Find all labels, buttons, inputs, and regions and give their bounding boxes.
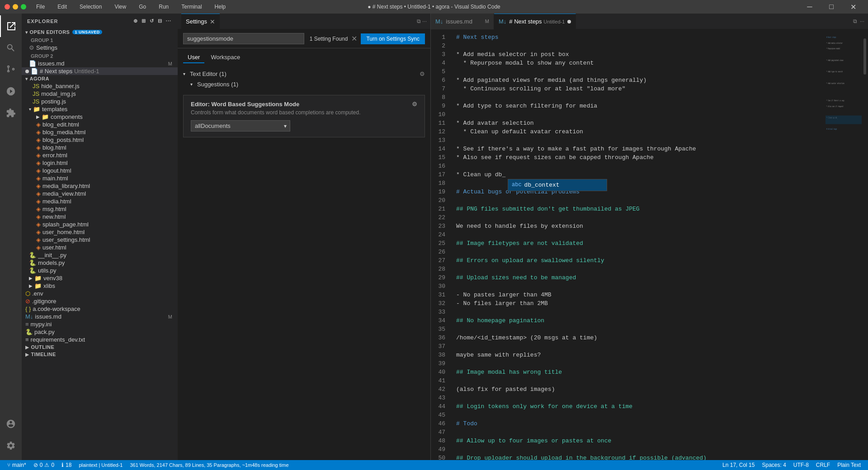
list-item[interactable]: JSmodal_img.js: [22, 90, 178, 98]
scrollbar-thumb[interactable]: [863, 38, 866, 75]
list-item[interactable]: ▶📁venv38: [22, 274, 178, 282]
list-item[interactable]: 🐍models.py: [22, 259, 178, 267]
manage-icon[interactable]: [0, 435, 22, 456]
list-item[interactable]: ▶📁components: [22, 113, 178, 121]
spaces-status[interactable]: Spaces: 4: [758, 462, 789, 468]
refresh-icon[interactable]: ↺: [149, 17, 155, 25]
maximize-button[interactable]: □: [821, 0, 842, 14]
clear-search-icon[interactable]: ✕: [351, 34, 357, 43]
list-item[interactable]: ◈main.html: [22, 174, 178, 182]
list-item[interactable]: 📄 # Next steps Untitled-1: [22, 67, 178, 75]
list-item[interactable]: ◈blog_media.html: [22, 128, 178, 136]
gear-icon[interactable]: ⚙: [420, 70, 425, 77]
menu-help[interactable]: Help: [212, 3, 229, 11]
card-gear-icon[interactable]: ⚙: [412, 101, 417, 108]
extensions-icon[interactable]: [0, 102, 22, 124]
list-item[interactable]: ▾📁templates: [22, 105, 178, 113]
branch-status[interactable]: ⑂ main*: [4, 462, 30, 468]
list-item[interactable]: 🐍utils.py: [22, 267, 178, 274]
settings-search-input[interactable]: [183, 33, 304, 44]
list-item[interactable]: ⬡.env: [22, 290, 178, 297]
list-item[interactable]: JSposting.js: [22, 98, 178, 105]
tab-settings[interactable]: Settings ✕: [181, 14, 220, 29]
new-folder-icon[interactable]: ⊞: [141, 17, 147, 25]
autocomplete-popup[interactable]: abcdb_context: [508, 179, 607, 191]
list-item[interactable]: ◈media_view.html: [22, 190, 178, 197]
more-actions-icon[interactable]: ···: [165, 17, 172, 25]
tab-workspace[interactable]: Workspace: [206, 52, 245, 63]
file-type-status[interactable]: Plain Text: [834, 462, 864, 468]
tab-issues-md[interactable]: M↓ issues.md M: [431, 14, 494, 29]
sync-settings-button[interactable]: Turn on Settings Sync: [361, 33, 425, 44]
list-item[interactable]: ≡requirements_dev.txt: [22, 336, 178, 343]
more-editor-actions-icon[interactable]: ···: [860, 18, 864, 24]
new-file-icon[interactable]: ⊕: [132, 17, 139, 25]
more-actions-icon[interactable]: ···: [422, 18, 427, 24]
info-status[interactable]: ℹ 18: [58, 462, 75, 468]
close-button[interactable]: ✕: [843, 0, 863, 14]
encoding-status[interactable]: UTF-8: [790, 462, 812, 468]
list-item[interactable]: ◈media_library.html: [22, 182, 178, 190]
list-item[interactable]: ◈error.html: [22, 151, 178, 159]
timeline-section[interactable]: ▶ TIMELINE: [22, 351, 178, 358]
agora-section[interactable]: ▾ AGORA: [22, 75, 178, 82]
list-item[interactable]: ◈splash_page.html: [22, 221, 178, 228]
menu-terminal[interactable]: Terminal: [179, 3, 204, 11]
menu-view[interactable]: View: [112, 3, 129, 11]
suggestions-dropdown[interactable]: allDocuments currentDocument matchingDoc…: [191, 120, 290, 132]
list-item[interactable]: { }a.code-workspace: [22, 305, 178, 313]
list-item[interactable]: ◈user_home.html: [22, 228, 178, 236]
search-icon[interactable]: [0, 37, 22, 59]
list-item[interactable]: ◈media.html: [22, 197, 178, 205]
outline-section[interactable]: ▶ OUTLINE: [22, 343, 178, 351]
list-item[interactable]: JShide_banner.js: [22, 82, 178, 90]
minimize-traffic[interactable]: [13, 4, 18, 9]
scrollbar-track[interactable]: [862, 29, 868, 460]
code-lines[interactable]: # Next steps* Add media selector in post…: [449, 29, 826, 460]
errors-status[interactable]: ⊘ 0 ⚠ 0: [30, 462, 58, 468]
close-traffic[interactable]: [5, 4, 10, 9]
list-item[interactable]: ▶📁xlibs: [22, 282, 178, 290]
list-item[interactable]: ⚙ Settings: [22, 44, 178, 52]
maximize-traffic[interactable]: [21, 4, 26, 9]
list-item[interactable]: ◈user.html: [22, 244, 178, 251]
autocomplete-item[interactable]: abcdb_context: [508, 179, 607, 191]
minimize-button[interactable]: ─: [799, 0, 820, 14]
list-item[interactable]: ◈user_settings.html: [22, 236, 178, 244]
list-item[interactable]: ◈blog_posts.html: [22, 136, 178, 144]
open-editors-section[interactable]: ▾ OPEN EDITORS 1 UNSAVED: [22, 28, 178, 36]
text-editor-header[interactable]: ▾ Text Editor (1) ⚙: [183, 69, 425, 79]
menu-run[interactable]: Run: [156, 3, 171, 11]
run-icon[interactable]: [0, 80, 22, 102]
tab-next-steps[interactable]: M↓ # Next steps Untitled-1: [494, 14, 576, 29]
list-item[interactable]: 🐍pack.py: [22, 328, 178, 336]
menu-go[interactable]: Go: [136, 3, 149, 11]
tab-user[interactable]: User: [183, 52, 204, 63]
list-item[interactable]: 📄 issues.md M: [22, 60, 178, 67]
list-item[interactable]: ◈blog.html: [22, 144, 178, 151]
settings-tab-close[interactable]: ✕: [210, 18, 215, 25]
list-item[interactable]: ◈new.html: [22, 213, 178, 221]
list-item[interactable]: ◈login.html: [22, 159, 178, 167]
split-editor-icon[interactable]: ⧉: [417, 18, 421, 24]
line-ending-status[interactable]: CRLF: [812, 462, 834, 468]
account-icon[interactable]: [0, 413, 22, 435]
explorer-icon[interactable]: [0, 15, 22, 37]
collapse-icon[interactable]: ⊟: [157, 17, 163, 25]
list-item[interactable]: ◈msg.html: [22, 205, 178, 213]
menu-file[interactable]: File: [33, 3, 47, 11]
position-status[interactable]: Ln 17, Col 15: [719, 462, 758, 468]
list-item[interactable]: ⊘.gitignore: [22, 297, 178, 305]
list-item[interactable]: ≡mypy.ini: [22, 320, 178, 328]
split-editor-icon[interactable]: ⧉: [853, 18, 857, 24]
list-item[interactable]: M↓issues.mdM: [22, 313, 178, 320]
list-item[interactable]: ◈blog_edit.html: [22, 121, 178, 128]
menu-edit[interactable]: Edit: [55, 3, 70, 11]
language-status[interactable]: plaintext | Untitled-1: [75, 462, 126, 468]
words-status[interactable]: 361 Words, 2147 Chars, 89 Lines, 35 Para…: [126, 462, 292, 468]
list-item[interactable]: 🐍__init__.py: [22, 251, 178, 259]
source-control-icon[interactable]: [0, 59, 22, 80]
list-item[interactable]: ◈logout.html: [22, 167, 178, 174]
menu-selection[interactable]: Selection: [77, 3, 104, 11]
suggestions-header[interactable]: ▾ Suggestions (1): [190, 79, 425, 89]
